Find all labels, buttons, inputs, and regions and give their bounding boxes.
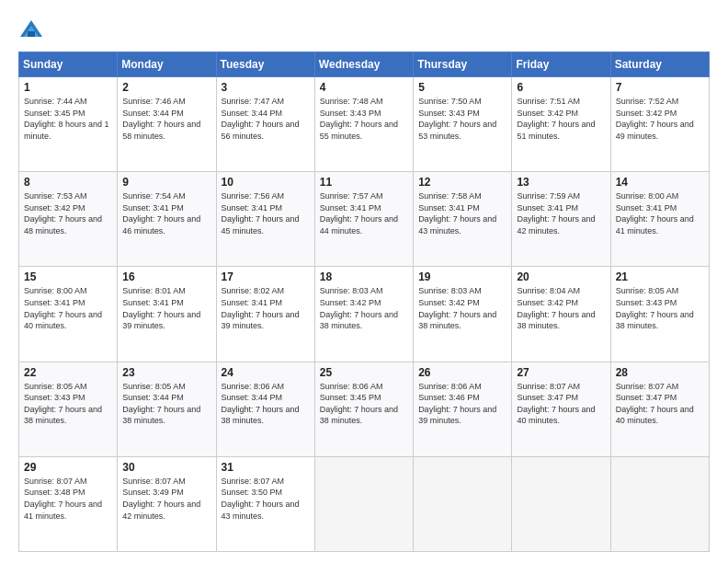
calendar-day-cell: 24Sunrise: 8:06 AMSunset: 3:44 PMDayligh… [216, 362, 314, 456]
calendar-day-cell: 7Sunrise: 7:52 AMSunset: 3:42 PMDaylight… [610, 77, 709, 172]
day-number: 28 [616, 366, 704, 379]
calendar-day-cell: 2Sunrise: 7:46 AMSunset: 3:44 PMDaylight… [118, 77, 216, 172]
day-details: Sunrise: 8:00 AMSunset: 3:41 PMDaylight:… [616, 190, 704, 236]
day-details: Sunrise: 8:04 AMSunset: 3:42 PMDaylight:… [517, 285, 605, 331]
day-number: 9 [122, 176, 210, 189]
day-number: 22 [24, 366, 112, 379]
day-number: 23 [122, 366, 210, 379]
day-number: 7 [616, 81, 704, 94]
calendar-header-cell: Friday [512, 52, 610, 77]
day-details: Sunrise: 8:06 AMSunset: 3:44 PMDaylight:… [222, 381, 310, 427]
day-details: Sunrise: 7:52 AMSunset: 3:42 PMDaylight:… [616, 96, 704, 142]
day-details: Sunrise: 8:07 AMSunset: 3:48 PMDaylight:… [24, 476, 112, 522]
day-number: 4 [320, 81, 408, 94]
calendar-day-cell [512, 456, 610, 551]
calendar-day-cell: 15Sunrise: 8:00 AMSunset: 3:41 PMDayligh… [19, 267, 118, 362]
day-details: Sunrise: 8:05 AMSunset: 3:44 PMDaylight:… [122, 381, 210, 427]
calendar-day-cell: 16Sunrise: 8:01 AMSunset: 3:41 PMDayligh… [118, 267, 216, 362]
day-details: Sunrise: 8:06 AMSunset: 3:45 PMDaylight:… [320, 381, 408, 427]
calendar-day-cell [610, 456, 709, 551]
calendar-table: SundayMondayTuesdayWednesdayThursdayFrid… [18, 52, 710, 552]
day-number: 27 [517, 366, 605, 379]
calendar-day-cell: 18Sunrise: 8:03 AMSunset: 3:42 PMDayligh… [314, 267, 413, 362]
day-number: 18 [320, 270, 408, 283]
day-number: 29 [24, 461, 112, 474]
calendar-week-row: 22Sunrise: 8:05 AMSunset: 3:43 PMDayligh… [19, 362, 710, 456]
calendar-day-cell: 27Sunrise: 8:07 AMSunset: 3:47 PMDayligh… [512, 362, 610, 456]
day-number: 10 [222, 176, 310, 189]
day-number: 26 [418, 366, 506, 379]
day-details: Sunrise: 8:07 AMSunset: 3:50 PMDaylight:… [222, 476, 310, 522]
calendar-header-cell: Thursday [414, 52, 512, 77]
day-number: 1 [24, 81, 112, 94]
day-details: Sunrise: 8:07 AMSunset: 3:47 PMDaylight:… [616, 381, 704, 427]
svg-rect-2 [28, 31, 35, 37]
calendar-body: 1Sunrise: 7:44 AMSunset: 3:45 PMDaylight… [19, 77, 710, 552]
calendar-day-cell: 30Sunrise: 8:07 AMSunset: 3:49 PMDayligh… [118, 456, 216, 551]
day-details: Sunrise: 8:07 AMSunset: 3:47 PMDaylight:… [517, 381, 605, 427]
calendar-day-cell: 14Sunrise: 8:00 AMSunset: 3:41 PMDayligh… [610, 172, 709, 267]
calendar-header-cell: Tuesday [216, 52, 314, 77]
calendar-day-cell: 12Sunrise: 7:58 AMSunset: 3:41 PMDayligh… [414, 172, 512, 267]
day-number: 12 [418, 176, 506, 189]
day-details: Sunrise: 7:44 AMSunset: 3:45 PMDaylight:… [24, 96, 112, 142]
day-number: 13 [517, 176, 605, 189]
day-number: 6 [517, 81, 605, 94]
calendar-header-cell: Monday [118, 52, 216, 77]
day-details: Sunrise: 8:03 AMSunset: 3:42 PMDaylight:… [320, 285, 408, 331]
calendar-day-cell: 19Sunrise: 8:03 AMSunset: 3:42 PMDayligh… [414, 267, 512, 362]
day-number: 16 [122, 270, 210, 283]
day-details: Sunrise: 7:54 AMSunset: 3:41 PMDaylight:… [122, 190, 210, 236]
day-number: 5 [418, 81, 506, 94]
day-details: Sunrise: 8:05 AMSunset: 3:43 PMDaylight:… [24, 381, 112, 427]
calendar-day-cell: 11Sunrise: 7:57 AMSunset: 3:41 PMDayligh… [314, 172, 413, 267]
calendar-header-cell: Wednesday [314, 52, 413, 77]
calendar-day-cell: 4Sunrise: 7:48 AMSunset: 3:43 PMDaylight… [314, 77, 413, 172]
calendar-day-cell: 17Sunrise: 8:02 AMSunset: 3:41 PMDayligh… [216, 267, 314, 362]
day-number: 25 [320, 366, 408, 379]
day-number: 2 [122, 81, 210, 94]
logo-icon [18, 18, 44, 44]
calendar-week-row: 8Sunrise: 7:53 AMSunset: 3:42 PMDaylight… [19, 172, 710, 267]
calendar-day-cell: 5Sunrise: 7:50 AMSunset: 3:43 PMDaylight… [414, 77, 512, 172]
day-details: Sunrise: 8:07 AMSunset: 3:49 PMDaylight:… [122, 476, 210, 522]
calendar-week-row: 1Sunrise: 7:44 AMSunset: 3:45 PMDaylight… [19, 77, 710, 172]
calendar-week-row: 15Sunrise: 8:00 AMSunset: 3:41 PMDayligh… [19, 267, 710, 362]
day-number: 21 [616, 270, 704, 283]
day-details: Sunrise: 7:58 AMSunset: 3:41 PMDaylight:… [418, 190, 506, 236]
day-details: Sunrise: 8:01 AMSunset: 3:41 PMDaylight:… [122, 285, 210, 331]
day-details: Sunrise: 7:50 AMSunset: 3:43 PMDaylight:… [418, 96, 506, 142]
page: SundayMondayTuesdayWednesdayThursdayFrid… [0, 0, 728, 563]
day-number: 20 [517, 270, 605, 283]
calendar-day-cell: 23Sunrise: 8:05 AMSunset: 3:44 PMDayligh… [118, 362, 216, 456]
day-details: Sunrise: 8:06 AMSunset: 3:46 PMDaylight:… [418, 381, 506, 427]
calendar-day-cell: 10Sunrise: 7:56 AMSunset: 3:41 PMDayligh… [216, 172, 314, 267]
day-details: Sunrise: 7:46 AMSunset: 3:44 PMDaylight:… [122, 96, 210, 142]
header [18, 15, 710, 44]
day-details: Sunrise: 8:05 AMSunset: 3:43 PMDaylight:… [616, 285, 704, 331]
day-details: Sunrise: 8:02 AMSunset: 3:41 PMDaylight:… [222, 285, 310, 331]
calendar-day-cell: 25Sunrise: 8:06 AMSunset: 3:45 PMDayligh… [314, 362, 413, 456]
day-number: 3 [222, 81, 310, 94]
day-number: 15 [24, 270, 112, 283]
day-number: 14 [616, 176, 704, 189]
calendar-day-cell: 9Sunrise: 7:54 AMSunset: 3:41 PMDaylight… [118, 172, 216, 267]
day-number: 24 [222, 366, 310, 379]
calendar-day-cell [314, 456, 413, 551]
day-number: 31 [222, 461, 310, 474]
calendar-day-cell: 6Sunrise: 7:51 AMSunset: 3:42 PMDaylight… [512, 77, 610, 172]
day-details: Sunrise: 8:00 AMSunset: 3:41 PMDaylight:… [24, 285, 112, 331]
calendar-header-cell: Sunday [19, 52, 118, 77]
calendar-day-cell: 1Sunrise: 7:44 AMSunset: 3:45 PMDaylight… [19, 77, 118, 172]
calendar-day-cell [414, 456, 512, 551]
calendar-header-cell: Saturday [610, 52, 709, 77]
day-number: 11 [320, 176, 408, 189]
day-number: 8 [24, 176, 112, 189]
day-details: Sunrise: 7:51 AMSunset: 3:42 PMDaylight:… [517, 96, 605, 142]
calendar-day-cell: 31Sunrise: 8:07 AMSunset: 3:50 PMDayligh… [216, 456, 314, 551]
day-details: Sunrise: 7:53 AMSunset: 3:42 PMDaylight:… [24, 190, 112, 236]
day-details: Sunrise: 7:59 AMSunset: 3:41 PMDaylight:… [517, 190, 605, 236]
logo [18, 18, 48, 44]
calendar-day-cell: 22Sunrise: 8:05 AMSunset: 3:43 PMDayligh… [19, 362, 118, 456]
day-details: Sunrise: 7:57 AMSunset: 3:41 PMDaylight:… [320, 190, 408, 236]
